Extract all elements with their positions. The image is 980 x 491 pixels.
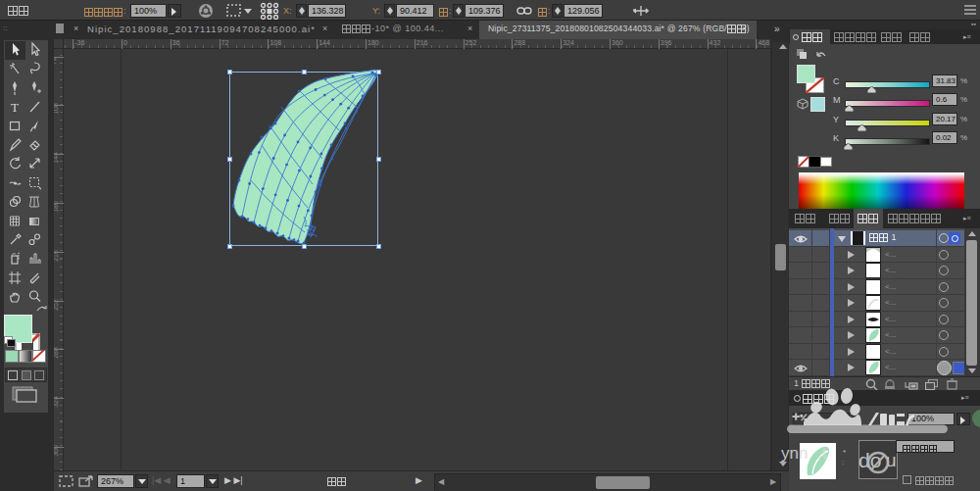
svg-text:T: T: [11, 100, 19, 115]
